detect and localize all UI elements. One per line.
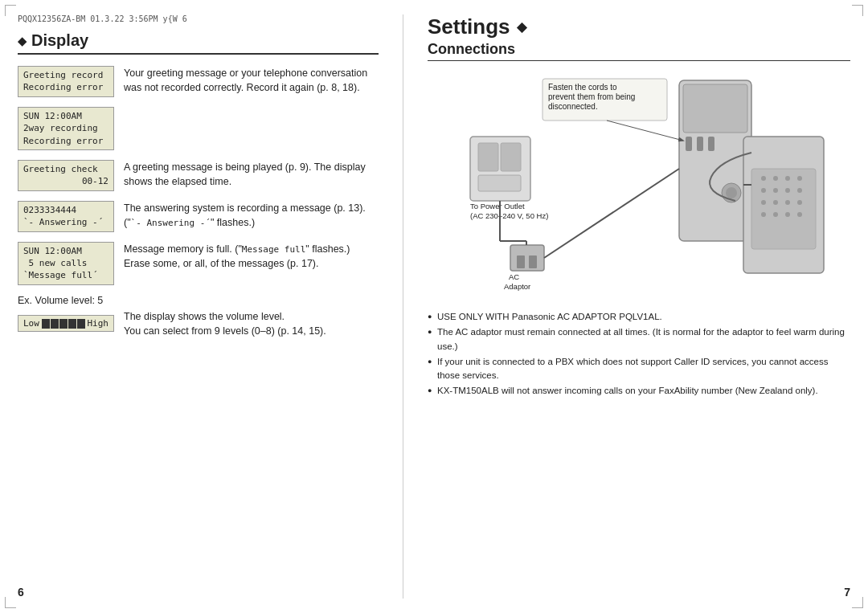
lcd-greeting-record: Greeting record Recording error bbox=[18, 66, 114, 97]
display-title-text: Display bbox=[31, 31, 88, 50]
vol-bar bbox=[42, 319, 85, 329]
entry-text-message-full: Message memory is full. ("Message full" … bbox=[124, 242, 379, 271]
page-num-left: 6 bbox=[18, 586, 24, 599]
svg-text:Adaptor: Adaptor bbox=[504, 282, 530, 291]
entry-volume: Ex. Volume level: 5 Low High The display… bbox=[18, 295, 379, 338]
note-item-3: If your unit is connected to a PBX which… bbox=[428, 355, 850, 383]
lcd-line-2: Recording error bbox=[23, 81, 108, 93]
svg-rect-18 bbox=[510, 245, 544, 271]
lcd-volume: Low High bbox=[18, 315, 114, 332]
svg-point-36 bbox=[761, 176, 766, 181]
vol-block-2 bbox=[51, 319, 59, 329]
lcd-line-1: Greeting record bbox=[23, 69, 108, 81]
svg-rect-20 bbox=[529, 255, 537, 268]
svg-text:disconnected.: disconnected. bbox=[548, 102, 598, 111]
lcd-answering: 0233334444 `- Answering -´ bbox=[18, 201, 114, 232]
svg-point-47 bbox=[797, 200, 802, 205]
lcd-line-1: 0233334444 bbox=[23, 204, 108, 216]
corner-bl bbox=[5, 597, 16, 608]
svg-point-51 bbox=[797, 212, 802, 217]
entry-message-full: SUN 12:00AM 5 new calls `Message full´ M… bbox=[18, 242, 379, 285]
display-section-title: ◆ Display bbox=[18, 31, 379, 55]
svg-rect-14 bbox=[501, 143, 521, 171]
svg-point-42 bbox=[785, 188, 790, 193]
svg-rect-1 bbox=[683, 84, 747, 133]
svg-rect-3 bbox=[697, 137, 703, 151]
entry-text-greeting-record: Your greeting message or your telephone … bbox=[124, 66, 379, 95]
volume-label: Ex. Volume level: 5 bbox=[18, 295, 379, 306]
svg-text:prevent them from being: prevent them from being bbox=[548, 92, 635, 101]
vol-block-1 bbox=[42, 319, 50, 329]
lcd-message-full: SUN 12:00AM 5 new calls `Message full´ bbox=[18, 242, 114, 285]
svg-point-46 bbox=[785, 200, 790, 205]
connections-title: Connections bbox=[428, 41, 850, 61]
entry-text-greeting-check: A greeting message is being played (p. 9… bbox=[124, 160, 379, 189]
settings-bullet: ◆ bbox=[517, 19, 526, 35]
lcd-line-2: `- Answering -´ bbox=[23, 216, 108, 228]
lcd-line-1: SUN 12:00AM bbox=[23, 110, 108, 122]
svg-rect-35 bbox=[751, 169, 816, 249]
lcd-line-2: 00-12 bbox=[23, 175, 108, 187]
volume-display-row: Low High The display shows the volume le… bbox=[18, 309, 379, 338]
svg-point-40 bbox=[761, 188, 766, 193]
entry-answering: 0233334444 `- Answering -´ The answering… bbox=[18, 201, 379, 232]
svg-point-38 bbox=[785, 176, 790, 181]
volume-text-line2: You can select from 9 levels (0–8) (p. 1… bbox=[124, 324, 379, 338]
notes-list: USE ONLY WITH Panasonic AC ADAPTOR PQLV1… bbox=[428, 310, 850, 398]
settings-title-text: Settings bbox=[428, 14, 510, 39]
entry-greeting-record: Greeting record Recording error Your gre… bbox=[18, 66, 379, 97]
entry-text-answering: The answering system is recording a mess… bbox=[124, 201, 379, 230]
svg-line-26 bbox=[544, 169, 679, 258]
vol-block-5 bbox=[77, 319, 85, 329]
connections-svg: Fasten the cords to prevent them from be… bbox=[428, 72, 850, 297]
svg-rect-19 bbox=[517, 255, 525, 268]
svg-text:(AC 230–240 V, 50 Hz): (AC 230–240 V, 50 Hz) bbox=[470, 211, 548, 220]
svg-point-48 bbox=[761, 212, 766, 217]
entry-sun-recording: SUN 12:00AM 2way recording Recording err… bbox=[18, 107, 379, 150]
right-column: Settings ◆ Connections Fasten the cords … bbox=[403, 14, 850, 599]
svg-point-44 bbox=[761, 200, 766, 205]
vol-high-label: High bbox=[88, 318, 109, 329]
svg-point-45 bbox=[773, 200, 778, 205]
volume-text: The display shows the volume level. You … bbox=[124, 309, 379, 338]
svg-point-49 bbox=[773, 212, 778, 217]
svg-point-37 bbox=[773, 176, 778, 181]
vol-block-3 bbox=[59, 319, 68, 329]
lcd-line-2: 5 new calls bbox=[23, 257, 108, 269]
entry-greeting-check: Greeting check 00-12 A greeting message … bbox=[18, 160, 379, 191]
svg-point-43 bbox=[797, 188, 802, 193]
settings-section-title: Settings ◆ bbox=[428, 14, 850, 39]
lcd-line-3: Recording error bbox=[23, 135, 108, 147]
svg-line-11 bbox=[607, 121, 683, 141]
lcd-sun-recording: SUN 12:00AM 2way recording Recording err… bbox=[18, 107, 114, 150]
svg-point-50 bbox=[785, 212, 790, 217]
svg-text:To Power Outlet: To Power Outlet bbox=[470, 202, 525, 210]
svg-rect-4 bbox=[708, 137, 714, 151]
svg-rect-13 bbox=[478, 143, 498, 171]
corner-tr bbox=[852, 5, 863, 16]
lcd-line-1: SUN 12:00AM bbox=[23, 245, 108, 257]
vol-low-label: Low bbox=[23, 318, 39, 329]
svg-point-39 bbox=[797, 176, 802, 181]
vol-block-4 bbox=[68, 319, 76, 329]
svg-point-41 bbox=[773, 188, 778, 193]
note-item-1: USE ONLY WITH Panasonic AC ADAPTOR PQLV1… bbox=[428, 310, 850, 324]
svg-text:AC: AC bbox=[509, 272, 519, 281]
page-header: PQQX12356ZA-BM 01.3.22 3:56PM y{W 6 bbox=[18, 14, 379, 23]
svg-text:Fasten the cords to: Fasten the cords to bbox=[548, 83, 617, 92]
lcd-greeting-check: Greeting check 00-12 bbox=[18, 160, 114, 191]
lcd-line-3: `Message full´ bbox=[23, 269, 108, 281]
corner-tl bbox=[5, 5, 16, 16]
page-num-right: 7 bbox=[844, 586, 850, 599]
display-bullet: ◆ bbox=[18, 35, 27, 47]
svg-rect-15 bbox=[478, 175, 521, 191]
svg-point-6 bbox=[726, 187, 737, 198]
lcd-line-2: 2way recording bbox=[23, 122, 108, 134]
lcd-line-1: Greeting check bbox=[23, 163, 108, 175]
corner-br bbox=[852, 597, 863, 608]
svg-rect-2 bbox=[686, 137, 692, 151]
note-item-2: The AC adaptor must remain connected at … bbox=[428, 325, 850, 353]
page-container: PQQX12356ZA-BM 01.3.22 3:56PM y{W 6 ◆ Di… bbox=[0, 0, 868, 613]
volume-text-line1: The display shows the volume level. bbox=[124, 309, 379, 324]
left-column: PQQX12356ZA-BM 01.3.22 3:56PM y{W 6 ◆ Di… bbox=[18, 14, 403, 599]
